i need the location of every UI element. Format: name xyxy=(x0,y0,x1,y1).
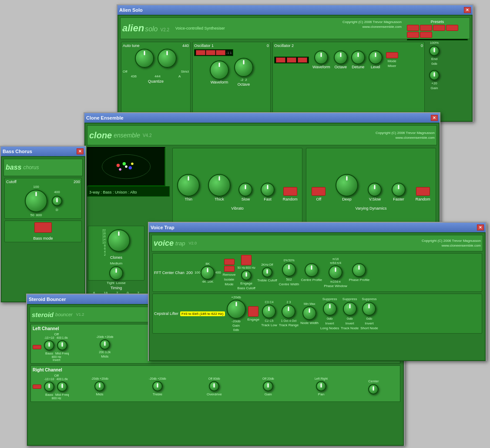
auto-tune-knob-2[interactable] xyxy=(158,49,177,68)
mode-isolate-btn[interactable] xyxy=(224,266,235,272)
vibrato-fast-knob[interactable] xyxy=(261,183,275,197)
phase-window-knob[interactable] xyxy=(329,265,342,279)
gain-knob[interactable] xyxy=(429,70,440,80)
osc2-waveform-label: Waveform xyxy=(312,65,330,70)
track-node-knob[interactable] xyxy=(343,302,357,316)
osc2-wave-btn-1[interactable] xyxy=(276,57,285,63)
bass-cutoff-knob[interactable] xyxy=(25,190,47,212)
preset-btn-5[interactable] xyxy=(407,32,419,38)
alien-solo-logo-alien: alien xyxy=(122,23,144,34)
preset-btn-3[interactable] xyxy=(433,25,445,31)
track-range-knob[interactable] xyxy=(282,304,295,318)
bass-min-val: 50 xyxy=(30,213,34,217)
phase-profile-knob[interactable] xyxy=(352,263,366,277)
osc2-wave-btn-3[interactable] xyxy=(298,57,307,63)
track-low-knob[interactable] xyxy=(262,304,276,318)
dynamics-vslow-knob[interactable] xyxy=(368,183,382,197)
voice-trap-close[interactable]: ✕ xyxy=(477,224,484,231)
mode-isolate-label: Isolate xyxy=(224,277,235,281)
treble-off: Off xyxy=(269,263,273,266)
osc2-level-knob[interactable] xyxy=(369,50,383,64)
right-mids-knob[interactable] xyxy=(94,381,105,391)
osc1-wave-btn-2[interactable] xyxy=(206,50,215,55)
bass-mode-btn[interactable] xyxy=(34,222,52,233)
clones-medium: Medium xyxy=(110,261,122,265)
osc1-wave-btn-1[interactable] xyxy=(196,50,205,55)
clones-knob[interactable] xyxy=(107,229,130,252)
long-nodes-knob[interactable] xyxy=(323,302,337,316)
osc1-octave-knob[interactable] xyxy=(234,58,253,77)
osc2-waveform-knob[interactable] xyxy=(314,50,328,64)
dynamics-section-label: Varying Dynamics xyxy=(356,206,387,211)
node-width-knob[interactable] xyxy=(302,306,316,320)
osc1-wave-btn-3[interactable] xyxy=(216,50,225,55)
centre-profile-knob[interactable] xyxy=(305,263,319,277)
alien-solo-close[interactable]: ✕ xyxy=(464,7,471,13)
fft-100: 100 xyxy=(195,271,200,274)
right-pan-knob[interactable] xyxy=(316,381,326,391)
long-suppress: Suppress xyxy=(322,297,337,301)
osc1-tune-knob[interactable] xyxy=(210,60,229,80)
left-mids-knob[interactable] xyxy=(100,339,110,350)
bass-chorus-close[interactable]: ✕ xyxy=(77,148,84,154)
right-invert-btn[interactable] xyxy=(33,384,41,389)
right-midfreq-knob[interactable] xyxy=(57,381,67,392)
vibrato-thin-knob[interactable] xyxy=(177,174,200,197)
vibrato-thick-knob[interactable] xyxy=(208,174,231,197)
vibrato-fast-label: Fast xyxy=(264,197,272,202)
clone-ensemble-close[interactable]: ✕ xyxy=(431,115,438,121)
scale-10: 10 xyxy=(102,241,106,244)
osc2-detune-knob[interactable] xyxy=(351,50,365,64)
left-midfreq-knob[interactable] xyxy=(57,340,67,351)
dynamics-off-btn[interactable] xyxy=(312,187,326,196)
c5-label: C5 xyxy=(269,319,273,322)
osc2-wave-btn-2[interactable] xyxy=(287,57,296,63)
bass-cutoff-knob[interactable] xyxy=(241,270,252,281)
clone-ensemble-title: Clone Ensemble xyxy=(86,115,124,120)
long-invert: Invert xyxy=(326,321,334,325)
voice-version: V2.0 xyxy=(188,241,197,245)
right-treble-knob[interactable] xyxy=(152,381,163,391)
osc1-waveform-label: Waveform xyxy=(211,80,228,85)
osc2-octave-knob[interactable] xyxy=(334,50,348,64)
right-overdrive-label: Overdrive xyxy=(207,392,222,396)
left-bass-invert: Invert xyxy=(53,358,60,361)
right-overdrive-knob[interactable] xyxy=(209,381,219,391)
preset-btn-2[interactable] xyxy=(420,25,432,31)
preset-btn-1[interactable] xyxy=(407,25,419,31)
short-node-knob[interactable] xyxy=(362,302,376,316)
dynamics-random-btn[interactable] xyxy=(416,187,430,196)
left-bass-knob[interactable] xyxy=(44,340,54,351)
clones-label: Clones xyxy=(90,255,143,260)
cepstral-gain-knob[interactable] xyxy=(227,300,246,319)
vibrato-slow-knob[interactable] xyxy=(238,183,252,197)
timing-knob[interactable] xyxy=(109,266,123,280)
dynamics-deep-knob[interactable] xyxy=(336,174,358,197)
preset-btn-4[interactable] xyxy=(446,25,458,31)
gain-max: +20db xyxy=(231,295,241,299)
auto-tune-knob-1[interactable] xyxy=(135,49,154,68)
mode-remove-btn[interactable] xyxy=(224,259,235,265)
left-midfreq-min: 400 xyxy=(57,336,62,339)
short-node-label: Short Node xyxy=(360,326,378,330)
osc2-detune-label: Detune xyxy=(352,65,364,70)
left-invert-btn[interactable] xyxy=(33,345,41,349)
centre-width-knob[interactable] xyxy=(282,263,296,277)
bass-depth-knob[interactable] xyxy=(52,196,62,206)
fft-label: FFT Center Chan xyxy=(154,271,185,275)
right-bass-knob[interactable] xyxy=(44,381,54,392)
bass-engage-btn[interactable] xyxy=(241,255,252,265)
end-knob[interactable] xyxy=(429,46,440,56)
bass-chorus-title: Bass Chorus xyxy=(3,149,32,154)
treble-2khz: 2KHz xyxy=(261,263,268,266)
treble-cutoff-knob[interactable] xyxy=(262,267,272,277)
fft-center-knob[interactable] xyxy=(201,266,215,280)
vibrato-random-btn[interactable] xyxy=(283,187,297,196)
preset-btn-6[interactable] xyxy=(420,32,432,38)
osc2-mode-btn[interactable] xyxy=(386,52,398,58)
cepstral-engage-btn[interactable] xyxy=(248,306,258,317)
right-midfreq-label: Mid Freq xyxy=(55,393,69,397)
dynamics-faster-knob[interactable] xyxy=(392,183,406,197)
right-center-knob[interactable] xyxy=(368,384,379,395)
right-gain-knob[interactable] xyxy=(263,381,273,391)
